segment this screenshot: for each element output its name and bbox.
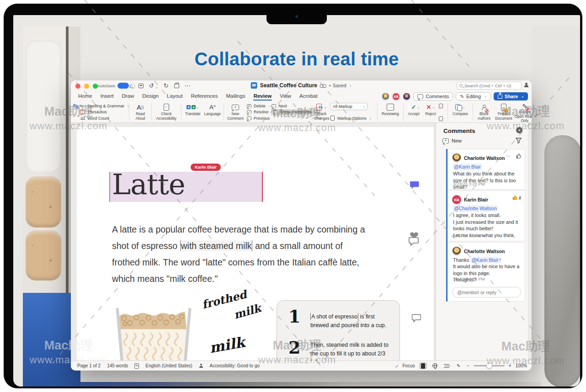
thesaurus-button[interactable]: Thesaurus <box>80 109 107 115</box>
save-icon[interactable] <box>139 84 144 88</box>
undo-chevron-icon[interactable]: ⌄ <box>155 85 158 89</box>
compare-button[interactable]: ⌄ Compare <box>449 102 471 122</box>
tab-layout[interactable]: Layout <box>163 91 187 101</box>
tab-home[interactable]: Home <box>74 91 96 101</box>
like-button[interactable] <box>516 154 521 159</box>
mention-link[interactable]: @Charlotte Waltson <box>453 205 498 212</box>
print-icon[interactable] <box>174 84 179 88</box>
save-status[interactable]: • Saved ⌄ <box>329 83 352 88</box>
tab-review[interactable]: Review <box>250 91 276 101</box>
home-icon[interactable]: ⌂ <box>129 82 133 90</box>
focus-button[interactable]: Focus <box>403 363 415 368</box>
tab-view[interactable]: View <box>276 91 295 101</box>
language-button[interactable]: Aa Language <box>203 102 222 122</box>
document-heading[interactable]: Latte <box>112 168 185 201</box>
steps-callout-box[interactable]: 1 A shot of espresso is first brewed and… <box>277 300 400 360</box>
avatar[interactable]: KB <box>392 93 400 101</box>
close-window-button[interactable] <box>75 84 80 89</box>
search-box[interactable] <box>457 82 522 90</box>
check-accessibility-button[interactable]: ☆ Check Accessibility <box>153 102 180 122</box>
track-changes-button[interactable]: ✎⌄ Track Changes <box>314 102 330 122</box>
zoom-in-button[interactable]: + <box>509 363 511 368</box>
spelling-grammar-button[interactable]: abc✓ Spelling & Grammar⌄ <box>80 103 130 109</box>
tab-design[interactable]: Design <box>138 91 163 101</box>
comment-anchor-text[interactable]: with steamed milk <box>180 240 253 251</box>
more-commands-icon[interactable]: ⋯ <box>185 82 191 90</box>
editor-icon[interactable]: ✎ <box>73 102 80 111</box>
delete-comment-button[interactable]: ✕ Delete⌄ <box>246 103 271 109</box>
previous-comment-button[interactable]: ← Previous <box>246 115 270 121</box>
comment-bubble-outline-icon[interactable] <box>412 314 421 322</box>
comment-more-icon[interactable]: ⋯ <box>506 153 511 159</box>
reject-change-button[interactable]: ✕⌄ Reject <box>422 102 439 122</box>
zoom-slider[interactable] <box>474 365 505 366</box>
new-comment-panel-button[interactable]: + New <box>442 138 462 143</box>
accept-change-button[interactable]: ✓⌄ Accept <box>405 102 422 122</box>
next-comment-button[interactable]: → Next <box>271 103 287 109</box>
protect-document-button[interactable]: Protect Document <box>494 102 514 122</box>
avatar[interactable] <box>382 93 389 101</box>
minimize-window-button[interactable] <box>84 84 89 89</box>
accessibility-status[interactable]: Accessibility: Good to go <box>210 363 260 368</box>
word-count-button[interactable]: 123 Word Count <box>80 115 109 121</box>
like-count[interactable]: 2 <box>512 195 521 200</box>
word-count[interactable]: 145 words <box>107 363 128 368</box>
comment-card[interactable]: KB Karin Blair 2 @Charlotte Waltson I ag… <box>448 191 525 241</box>
markup-options-button[interactable]: Markup Options⌄ <box>330 115 372 121</box>
comments-button[interactable]: Comments <box>413 92 453 101</box>
pencil-icon: ✎ <box>460 94 464 99</box>
tab-references[interactable]: References <box>187 91 222 101</box>
shared-people-icon[interactable] <box>320 83 326 88</box>
next-change-icon[interactable]: → <box>439 117 443 121</box>
search-input[interactable] <box>464 83 519 88</box>
reply-box[interactable] <box>452 287 521 297</box>
previous-change-icon[interactable]: ← <box>439 104 443 108</box>
redo-icon[interactable]: ↻ <box>164 82 169 90</box>
reviewing-pane-button[interactable]: → Reviewing <box>379 102 402 122</box>
document-title: Seattle Coffee Culture <box>260 82 317 89</box>
undo-icon[interactable]: ↺ <box>149 82 154 90</box>
new-comment-button[interactable]: + New Comment <box>225 102 245 122</box>
tab-mailings[interactable]: Mailings <box>222 91 249 101</box>
comment-card[interactable]: Charlotte Waltson ⋯ @Karin Blair What do… <box>448 149 525 190</box>
share-button[interactable]: Share ⌄ <box>494 92 528 101</box>
read-aloud-button[interactable]: A)) Read Aloud <box>131 102 150 122</box>
reply-input[interactable] <box>457 290 516 295</box>
web-layout-view-button[interactable] <box>431 362 439 369</box>
close-panel-icon[interactable]: ✕ <box>516 127 522 133</box>
comment-anchor-text[interactable]: A shot of espresso <box>310 313 358 320</box>
mention-link[interactable]: @Karin Blair <box>470 257 499 264</box>
comment-author: Charlotte Waltson <box>464 155 505 161</box>
page-count[interactable]: Page 1 of 2 <box>77 363 101 368</box>
zoom-out-button[interactable]: − <box>467 363 469 368</box>
outline-view-button[interactable] <box>443 362 451 369</box>
mention-link[interactable]: @Karin Blair <box>453 164 482 170</box>
block-authors-button[interactable]: Block Authors <box>474 102 494 122</box>
markup-view-select[interactable]: All Markup↕ <box>330 103 368 110</box>
tab-draw[interactable]: Draw <box>117 91 138 101</box>
tab-insert[interactable]: Insert <box>96 91 118 101</box>
translate-button[interactable]: A a ⌄ Translate <box>183 102 203 122</box>
tray-item <box>26 176 61 228</box>
autosave-toggle[interactable] <box>117 83 129 89</box>
proofing-icon[interactable]: ✎ <box>134 363 139 369</box>
comment-card[interactable]: Charlotte Waltson Thanks @Karin Blair! I… <box>448 242 525 302</box>
autosave-label: AutoSave <box>97 84 115 88</box>
editing-mode-button[interactable]: ✎ Editing ⌄ <box>456 92 491 101</box>
print-layout-view-button[interactable] <box>419 362 427 369</box>
zoom-level[interactable]: 100% <box>515 363 527 368</box>
filter-icon[interactable] <box>516 137 522 145</box>
chevron-down-icon: ⌄ <box>484 95 487 98</box>
language-status[interactable]: English (United States) <box>145 363 192 368</box>
body-paragraph[interactable]: A latte is a popular coffee beverage tha… <box>112 221 366 287</box>
avatar[interactable] <box>403 93 410 101</box>
tab-acrobat[interactable]: Acrobat <box>295 91 322 101</box>
heart-reaction-bubble-icon[interactable] <box>407 231 421 246</box>
ribbon-tabs: Home Insert Draw Design Layout Reference… <box>71 91 532 101</box>
presence-icon[interactable] <box>524 83 530 89</box>
draft-view-button[interactable]: ✎ <box>455 362 463 369</box>
comment-bubble-icon[interactable] <box>410 181 420 190</box>
zoom-slider-knob[interactable] <box>486 363 492 369</box>
always-open-readonly-button[interactable]: ✎ Always Open Read-Only <box>514 102 532 122</box>
resolve-comment-button[interactable]: ✓ Resolve <box>246 109 269 115</box>
